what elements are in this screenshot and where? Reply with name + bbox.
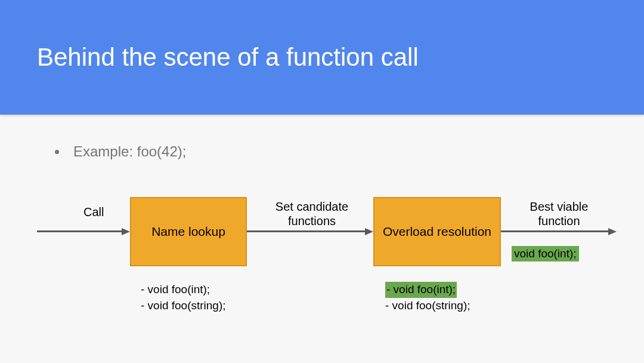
label-candidate-line1: Set candidate xyxy=(261,199,363,214)
candidate-list-1-item-1: - void foo(int); xyxy=(141,282,226,298)
result-void-foo-int: void foo(int); xyxy=(512,246,579,262)
arrow-head-3 xyxy=(608,228,617,235)
bullet-dot-icon xyxy=(55,150,59,154)
slide-header: Behind the scene of a function call xyxy=(0,0,644,115)
arrow-segment-1 xyxy=(37,230,122,232)
candidate-list-2: - void foo(int); - void foo(string); xyxy=(385,282,470,313)
label-candidate-line2: functions xyxy=(261,214,363,228)
box-overload-resolution: Overload resolution xyxy=(373,197,501,266)
arrow-segment-2 xyxy=(247,230,365,232)
label-best-viable-line1: Best viable xyxy=(513,199,605,214)
flow-diagram: Call Name lookup Set candidate functions… xyxy=(0,192,644,359)
arrow-segment-3 xyxy=(501,230,609,232)
box-name-lookup: Name lookup xyxy=(130,197,247,266)
label-call: Call xyxy=(83,205,104,219)
candidate-list-2-item-1: - void foo(int); xyxy=(385,282,470,298)
candidate-list-2-item-1-highlight: - void foo(int); xyxy=(385,282,457,298)
box-name-lookup-text: Name lookup xyxy=(151,224,225,239)
label-candidate: Set candidate functions xyxy=(261,199,363,228)
candidate-list-1: - void foo(int); - void foo(string); xyxy=(141,282,226,313)
candidate-list-1-item-2: - void foo(string); xyxy=(141,298,226,314)
arrow-head-1 xyxy=(122,228,130,235)
slide-content: Example: foo(42); xyxy=(0,115,644,189)
bullet-item: Example: foo(42); xyxy=(55,143,607,160)
slide-title: Behind the scene of a function call xyxy=(37,43,419,72)
box-overload-resolution-text: Overload resolution xyxy=(383,224,491,239)
label-best-viable: Best viable function xyxy=(513,199,605,228)
bullet-text: Example: foo(42); xyxy=(73,143,186,160)
label-best-viable-line2: function xyxy=(513,214,605,228)
candidate-list-2-item-2: - void foo(string); xyxy=(385,298,470,314)
arrow-head-2 xyxy=(365,228,373,235)
